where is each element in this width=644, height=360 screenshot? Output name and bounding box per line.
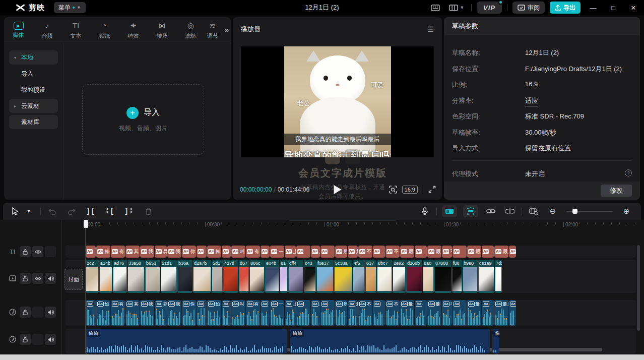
sidebar-item-云素材[interactable]: ▸云素材 — [9, 99, 58, 113]
expand-tabs-icon[interactable]: » — [225, 26, 229, 34]
tool-dropdown-icon[interactable]: ▼ — [23, 205, 35, 217]
tab-特效[interactable]: ✦特效 — [119, 21, 148, 40]
audio-clip[interactable]: Aa不 — [358, 300, 372, 326]
audio-clip[interactable]: Aa最 — [467, 300, 481, 326]
text-clip[interactable]: A≡我 — [167, 246, 181, 258]
audio-clip[interactable]: Aa不 — [385, 300, 400, 326]
video-clip[interactable]: c43 — [304, 260, 316, 293]
audio-clip[interactable]: Aa最 — [348, 300, 358, 326]
video-clip[interactable]: cff4 — [288, 260, 303, 293]
eye-icon[interactable] — [32, 273, 43, 284]
redo-icon[interactable] — [66, 205, 78, 217]
lock-icon[interactable] — [20, 273, 31, 284]
mute-icon[interactable] — [45, 307, 56, 318]
zoom-in-icon[interactable]: ⊕ — [620, 205, 632, 217]
undo-icon[interactable] — [46, 205, 58, 217]
text-clip[interactable]: A≡ — [296, 246, 310, 258]
maximize-button[interactable]: □ — [606, 0, 621, 15]
text-clip[interactable]: A≡ — [197, 246, 207, 258]
split-right-icon[interactable]: ]⁞ — [123, 205, 135, 217]
video-clip[interactable]: f88 — [452, 260, 462, 293]
audio-clip[interactable]: Aa所 — [335, 300, 347, 326]
video-clip[interactable]: 81 — [280, 260, 288, 293]
video-clip[interactable]: 8bc7 — [377, 260, 392, 293]
video-clip[interactable]: 2c2 — [86, 260, 99, 293]
eye-icon[interactable] — [32, 246, 43, 257]
menu-button[interactable]: 菜单 ▼ — [54, 2, 86, 13]
audio-clip[interactable]: Aa — [197, 300, 207, 326]
split-left-icon[interactable]: ⁞[ — [104, 205, 116, 217]
video-clip[interactable]: d67 — [239, 260, 249, 293]
tab-调节[interactable]: ≋调节 — [205, 21, 220, 40]
audio-clip[interactable]: Aa — [509, 300, 516, 326]
auto-snap-toggle[interactable] — [463, 205, 478, 217]
vip-badge[interactable]: VIP — [477, 2, 502, 14]
text-clip[interactable]: A≡ — [320, 246, 335, 258]
layout-switch-icon[interactable]: ▼ — [447, 3, 466, 13]
audio-clip[interactable]: Aa我 — [140, 300, 154, 326]
lock-icon[interactable] — [20, 246, 31, 257]
text-clip[interactable]: A≡ — [415, 246, 427, 258]
video-clip[interactable]: ad76 — [113, 260, 127, 293]
audio-clip[interactable]: Aa你 — [182, 300, 196, 326]
unlink-icon[interactable] — [504, 205, 516, 217]
video-clip[interactable]: 5d1 — [212, 260, 223, 293]
video-clip[interactable]: 51d1 — [161, 260, 177, 293]
text-clip[interactable]: A≡最后 — [494, 246, 508, 258]
text-clip[interactable]: A≡最 — [467, 246, 481, 258]
text-clip[interactable]: A≡ — [373, 246, 385, 258]
video-clip[interactable]: 8a0 — [423, 260, 434, 293]
tab-媒体[interactable]: ▶媒体 — [4, 22, 33, 39]
player-menu-icon[interactable]: ☰ — [427, 25, 434, 33]
select-tool-icon[interactable] — [9, 205, 21, 217]
video-clip[interactable]: b36a — [177, 260, 192, 293]
mute-icon[interactable] — [45, 273, 56, 284]
audio-clip[interactable]: Aa最 — [400, 300, 414, 326]
audio-clip[interactable]: Aa叫 — [231, 300, 245, 326]
tab-贴纸[interactable]: ◔贴纸 — [90, 21, 119, 40]
video-clip[interactable]: b653 — [145, 260, 160, 293]
text-clip[interactable]: A≡如 — [96, 246, 110, 258]
text-clip[interactable]: A≡ — [453, 246, 467, 258]
video-clip[interactable]: a14b — [99, 260, 112, 293]
audio-clip[interactable]: Aa月 — [311, 300, 320, 326]
aspect-ratio-button[interactable]: 16:9 — [402, 186, 418, 194]
video-clip[interactable]: 7d2 — [495, 260, 502, 293]
frame-preview-icon[interactable] — [389, 186, 397, 194]
text-clip[interactable]: A≡最 — [400, 246, 414, 258]
video-clip[interactable]: 2e92 — [393, 260, 406, 293]
video-clip[interactable]: 886c — [249, 260, 265, 293]
text-clip[interactable]: A≡月 — [311, 246, 320, 258]
text-clip[interactable]: A≡不 — [385, 246, 400, 258]
delete-icon[interactable] — [142, 205, 154, 217]
music-clip[interactable]: 偷偷 — [290, 329, 490, 353]
minimize-button[interactable]: — — [586, 0, 601, 15]
audio-clip[interactable]: Aa一 — [270, 300, 284, 326]
text-clip[interactable]: A≡ — [86, 246, 96, 258]
audio-clip[interactable]: Aa — [320, 300, 335, 326]
text-clip[interactable]: A≡叫 — [231, 246, 245, 258]
text-clip[interactable]: A≡有 — [246, 246, 260, 258]
video-clip[interactable]: d260b — [406, 260, 422, 293]
audio-clip[interactable]: Aa — [415, 300, 427, 326]
text-clip[interactable]: A≡一 — [270, 246, 284, 258]
video-clip[interactable]: e04b — [265, 260, 279, 293]
text-clip[interactable]: A≡ — [261, 246, 270, 258]
split-icon[interactable]: ][ — [85, 205, 97, 217]
text-clip[interactable]: A≡上 — [285, 246, 296, 258]
video-clip[interactable]: 427d — [223, 260, 238, 293]
main-track-magnet-toggle[interactable] — [442, 205, 457, 217]
review-button[interactable]: 审阅 — [512, 2, 545, 14]
text-clip[interactable]: A≡ — [482, 246, 494, 258]
audio-clip[interactable]: Aa — [373, 300, 385, 326]
mute-icon[interactable] — [45, 334, 56, 345]
audio-clip[interactable]: Aa — [296, 300, 310, 326]
text-clip[interactable]: A≡所 — [335, 246, 347, 258]
music-clip[interactable]: 偷偷 — [492, 329, 499, 353]
audio-clip[interactable]: Aa有 — [111, 300, 125, 326]
modify-button[interactable]: 修改 — [601, 185, 632, 197]
fullscreen-icon[interactable] — [428, 186, 436, 193]
audio-clip[interactable]: Aa — [222, 300, 231, 326]
cover-button[interactable]: 封面 — [65, 269, 83, 290]
text-clip[interactable]: A≡最 — [348, 246, 358, 258]
